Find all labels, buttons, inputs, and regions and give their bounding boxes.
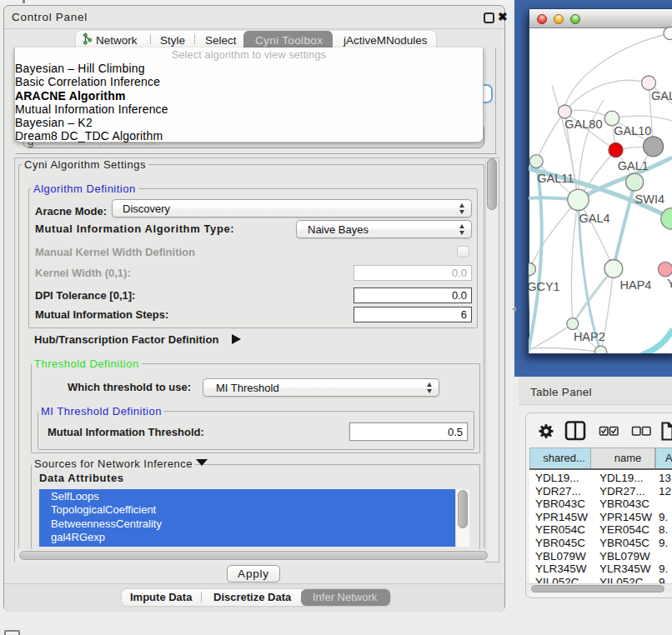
svg-text:GAL80: GAL80: [564, 118, 602, 131]
svg-text:GCY1: GCY1: [529, 280, 560, 293]
svg-text:GAL1: GAL1: [618, 159, 649, 172]
svg-text:GAL11: GAL11: [537, 172, 574, 185]
svg-text:GAL: GAL: [651, 89, 672, 102]
svg-text:HAP4: HAP4: [620, 278, 652, 292]
svg-text:HAP2: HAP2: [574, 330, 605, 343]
svg-text:GAL10: GAL10: [614, 124, 651, 138]
svg-text:SWI4: SWI4: [635, 192, 664, 206]
svg-text:Y: Y: [667, 277, 672, 290]
svg-text:GAL4: GAL4: [579, 212, 610, 225]
